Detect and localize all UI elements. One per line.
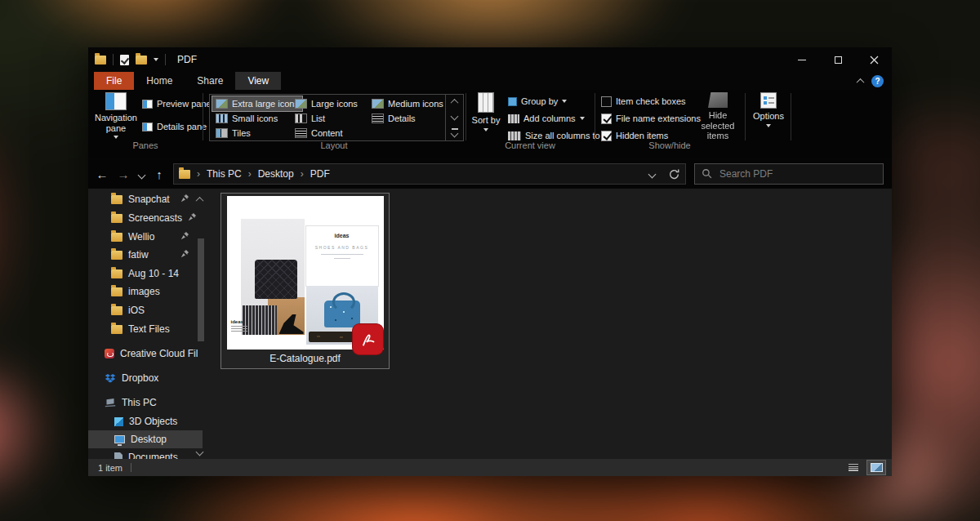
group-divider (466, 93, 466, 140)
sidebar-item-3d-objects[interactable]: 3D Objects (88, 412, 203, 430)
sidebar-item-documents[interactable]: Documents (88, 448, 203, 459)
maximize-icon (835, 56, 842, 64)
tab-file[interactable]: File (94, 72, 134, 90)
address-field[interactable]: › This PC › Desktop › PDF (173, 163, 686, 185)
group-by-button[interactable]: Group by (508, 95, 567, 108)
sidebar-item-wellio[interactable]: Wellio (88, 228, 203, 246)
folder-icon (111, 233, 122, 242)
gallery-scroll (445, 95, 463, 140)
thumbnail-view-toggle[interactable] (867, 461, 885, 474)
item-check-boxes-checkbox[interactable]: Item check boxes (601, 95, 686, 108)
search-box[interactable] (694, 163, 884, 185)
tab-share[interactable]: Share (185, 72, 235, 90)
layout-extra-large-icons[interactable]: Extra large icons (212, 96, 302, 111)
thumbnail-cover-card: ideas SHOES AND BAGS (306, 226, 378, 286)
sidebar-item-screencasts[interactable]: Screencasts (88, 209, 203, 227)
size-columns-icon (508, 131, 521, 140)
sort-by-dropdown-icon (483, 128, 488, 131)
location-folder-icon (179, 170, 190, 179)
gallery-expand-icon[interactable] (452, 128, 458, 136)
add-columns-button[interactable]: Add columns (508, 112, 585, 125)
details-icon (372, 114, 384, 123)
details-pane-label: Details pane (157, 122, 207, 131)
navigation-pane-label: Navigation pane (95, 113, 137, 133)
folder-icon (111, 325, 122, 334)
sort-by-button[interactable]: Sort by (469, 92, 503, 131)
search-input[interactable] (719, 168, 858, 180)
recent-locations-chevron-icon[interactable] (134, 167, 149, 181)
maximize-button[interactable] (820, 47, 856, 72)
details-pane-button[interactable]: Details pane (142, 120, 207, 133)
file-item-e-catalogue[interactable]: ideas ideas SHOES AND BAGS (220, 193, 390, 369)
app-folder-icon (95, 56, 106, 65)
refresh-icon[interactable] (668, 168, 680, 180)
folder-icon (111, 306, 122, 315)
add-columns-dropdown-icon (580, 117, 585, 120)
sidebar-item-images[interactable]: images (88, 283, 203, 301)
navigation-pane-button[interactable]: Navigation pane (95, 92, 137, 139)
address-dropdown-icon[interactable] (648, 170, 657, 178)
sidebar-scroll-up-icon[interactable] (197, 191, 203, 206)
pdf-thumbnail: ideas ideas SHOES AND BAGS (227, 196, 384, 350)
back-button[interactable]: ← (91, 167, 113, 181)
gallery-scroll-down-icon[interactable] (451, 113, 459, 121)
layout-medium-icons[interactable]: Medium icons (368, 96, 447, 111)
this-pc-icon (105, 398, 116, 407)
minimize-button[interactable] (784, 47, 820, 72)
up-button[interactable]: ↑ (149, 167, 170, 181)
sidebar-item-text-files[interactable]: Text Files (88, 320, 203, 338)
details-view-toggle[interactable] (844, 461, 862, 474)
divider (165, 54, 166, 65)
crumb-separator: › (299, 168, 305, 180)
sidebar-item-desktop[interactable]: Desktop (88, 430, 203, 448)
address-bar-row: ← → ↑ › This PC › Desktop › PDF (88, 160, 892, 188)
qat-customize-chevron-icon[interactable] (154, 58, 158, 61)
breadcrumb-this-pc[interactable]: This PC (207, 168, 242, 180)
dropbox-icon (105, 373, 116, 383)
sort-by-icon (478, 92, 494, 113)
layout-group-label: Layout (203, 140, 466, 150)
sidebar-item-snapchat[interactable]: Snapchat (88, 190, 203, 208)
sidebar-item-fatiw[interactable]: fatiw (88, 246, 203, 264)
layout-details[interactable]: Details (368, 111, 419, 126)
sidebar-item-aug-10-14[interactable]: Aug 10 - 14 (88, 265, 203, 283)
extra-large-icons-icon (216, 99, 228, 109)
help-icon[interactable]: ? (871, 75, 884, 87)
sidebar-scroll-down-icon[interactable] (197, 443, 203, 458)
gallery-scroll-up-icon[interactable] (451, 99, 459, 107)
qat-new-folder-icon[interactable] (136, 56, 147, 65)
breadcrumb-desktop[interactable]: Desktop (258, 168, 294, 180)
titlebar[interactable]: PDF (88, 47, 892, 72)
file-name-extensions-checkbox[interactable]: File name extensions (601, 112, 701, 125)
breadcrumb-pdf[interactable]: PDF (310, 168, 330, 180)
layout-large-icons[interactable]: Large icons (292, 96, 361, 111)
layout-small-icons[interactable]: Small icons (212, 111, 281, 126)
preview-pane-icon (142, 100, 153, 109)
tiles-icon (216, 128, 228, 138)
sidebar-item-creative-cloud-files[interactable]: Creative Cloud Files (88, 345, 198, 363)
sidebar-item-this-pc[interactable]: This PC (88, 394, 203, 412)
options-button[interactable]: Options (750, 92, 787, 127)
preview-pane-button[interactable]: Preview pane (142, 97, 212, 110)
folder-icon (111, 287, 122, 296)
sidebar-scrollbar-thumb[interactable] (198, 238, 204, 341)
layout-tiles[interactable]: Tiles (212, 126, 254, 140)
forward-button[interactable]: → (113, 167, 134, 181)
hide-selected-items-button[interactable]: Hide selected items (693, 92, 743, 141)
layout-list[interactable]: List (292, 111, 328, 126)
close-button[interactable] (856, 47, 892, 72)
divider (113, 54, 114, 65)
medium-icons-icon (372, 99, 384, 109)
layout-content[interactable]: Content (292, 126, 346, 140)
sidebar-item-ios[interactable]: iOS (88, 301, 203, 319)
thumbnail-view-icon (871, 463, 883, 472)
qat-properties-icon[interactable] (120, 55, 129, 65)
checkbox-checked-icon (601, 131, 612, 141)
explorer-body: Snapchat Screencasts Wellio fatiw (88, 189, 892, 459)
tab-home[interactable]: Home (134, 72, 185, 90)
collapse-ribbon-icon[interactable] (857, 78, 865, 86)
crumb-separator: › (195, 168, 202, 180)
tab-view[interactable]: View (235, 72, 281, 90)
sidebar-item-dropbox[interactable]: Dropbox (88, 369, 203, 387)
window-title: PDF (177, 54, 197, 65)
